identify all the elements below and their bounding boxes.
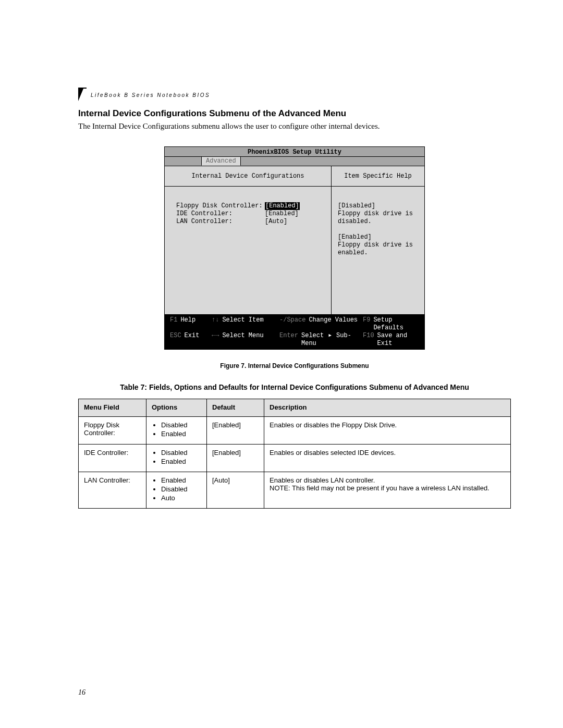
table-title: Table 7: Fields, Options and Defaults fo… [78,383,511,391]
cell-options: DisabledEnabled [146,445,207,472]
option-item: Disabled [161,485,201,493]
section-title: Internal Device Configurations Submenu o… [78,108,511,119]
bios-footer-key: ↑↓ [212,316,222,332]
triangle-icon [327,332,332,339]
table-row: Floppy Disk Controller:DisabledEnabled[E… [79,417,511,445]
bios-footer-label: Setup Defaults [373,316,419,332]
cell-default: [Enabled] [207,445,264,472]
bios-tab-advanced: Advanced [201,156,241,166]
option-item: Enabled [161,458,201,465]
options-list: DisabledEnabled [152,421,201,438]
cell-field: LAN Controller: [79,472,146,509]
th-options: Options [146,399,207,417]
bios-footer: F1Help↑↓Select Item-/SpaceChange ValuesF… [165,315,424,349]
bios-help-panel: [Disabled] Floppy disk drive is disabled… [332,187,424,314]
bios-footer-label: Select Menu [222,332,263,348]
bios-footer-row: ESCExit←→Select MenuEnterSelect Sub-Menu… [170,332,419,348]
bios-setting-label: IDE Controller: [176,210,265,218]
option-item: Enabled [161,430,201,438]
bios-settings-panel: Floppy Disk Controller:[Enabled]IDE Cont… [165,187,332,314]
bios-right-title: Item Specific Help [332,166,424,186]
bios-footer-key: Enter [279,332,301,348]
cell-field: IDE Controller: [79,445,146,472]
bios-footer-row: F1Help↑↓Select Item-/SpaceChange ValuesF… [170,316,419,332]
cell-description: Enables or disables the Floppy Disk Driv… [264,417,511,445]
cell-default: [Enabled] [207,417,264,445]
page-number: 16 [78,688,85,697]
options-list: DisabledEnabled [152,449,201,465]
svg-rect-0 [78,88,87,89]
bios-setting-row: LAN Controller:[Auto] [176,218,325,226]
bios-footer-label: Exit [185,332,200,348]
bios-footer-cell: ↑↓Select Item [212,316,279,332]
bios-footer-cell: -/SpaceChange Values [279,316,363,332]
bios-footer-key: ESC [170,332,185,348]
bios-footer-label: Help [180,316,195,332]
bios-footer-cell: F9Setup Defaults [363,316,419,332]
bios-footer-cell: F1Help [170,316,212,332]
bios-footer-key: -/Space [279,316,309,332]
bios-footer-label: Save and Exit [377,332,419,348]
bios-setting-value: [Enabled] [265,202,300,210]
bios-title-bar: PhoenixBIOS Setup Utility [165,147,424,157]
bios-tabrow: Advanced [165,157,424,166]
options-table: Menu Field Options Default Description F… [78,399,511,509]
bios-footer-cell: ESCExit [170,332,212,348]
bios-left-title: Internal Device Configurations [165,166,332,186]
running-header: LifeBook B Series Notebook BIOS [78,89,210,101]
option-item: Auto [161,494,201,502]
bios-setting-row: Floppy Disk Controller:[Enabled] [176,202,325,210]
svg-marker-1 [78,89,83,101]
bios-footer-cell: ←→Select Menu [212,332,279,348]
bios-setting-value: [Enabled] [265,210,299,218]
bios-footer-key: F9 [363,316,373,332]
bios-figure: PhoenixBIOS Setup Utility Advanced Inter… [164,146,425,350]
intro-paragraph: The Internal Device Configurations subme… [78,122,511,131]
cell-options: EnabledDisabledAuto [146,472,207,509]
bios-footer-cell: F10Save and Exit [363,332,419,348]
bios-footer-label: Change Values [309,316,358,332]
table-head-row: Menu Field Options Default Description [79,399,511,417]
table-row: IDE Controller:DisabledEnabled[Enabled]E… [79,445,511,472]
option-item: Disabled [161,421,201,429]
bios-setting-row: IDE Controller:[Enabled] [176,210,325,218]
bios-setting-label: LAN Controller: [176,218,265,226]
bios-footer-label: Select Sub-Menu [301,332,363,348]
th-field: Menu Field [79,399,146,417]
figure-caption: Figure 7. Internal Device Configurations… [78,362,511,369]
table-row: LAN Controller:EnabledDisabledAuto[Auto]… [79,472,511,509]
bios-footer-key: F1 [170,316,180,332]
cell-field: Floppy Disk Controller: [79,417,146,445]
bios-setting-label: Floppy Disk Controller: [176,202,265,210]
option-item: Disabled [161,449,201,456]
bios-body: Floppy Disk Controller:[Enabled]IDE Cont… [165,187,424,315]
cell-default: [Auto] [207,472,264,509]
running-header-text: LifeBook B Series Notebook BIOS [91,92,210,98]
cell-description: Enables or disables LAN controller. NOTE… [264,472,511,509]
bios-footer-cell: EnterSelect Sub-Menu [279,332,363,348]
bios-setting-value: [Auto] [265,218,287,226]
th-description: Description [264,399,511,417]
content: Internal Device Configurations Submenu o… [78,108,511,509]
th-default: Default [207,399,264,417]
corner-mark-icon [78,88,87,102]
bios-panel-header: Internal Device Configurations Item Spec… [165,166,424,187]
option-item: Enabled [161,476,201,484]
page: LifeBook B Series Notebook BIOS Internal… [0,0,563,728]
bios-footer-label: Select Item [222,316,263,332]
cell-description: Enables or disables selected IDE devices… [264,445,511,472]
bios-footer-key: ←→ [212,332,222,348]
bios-footer-key: F10 [363,332,377,348]
options-list: EnabledDisabledAuto [152,476,201,502]
cell-options: DisabledEnabled [146,417,207,445]
